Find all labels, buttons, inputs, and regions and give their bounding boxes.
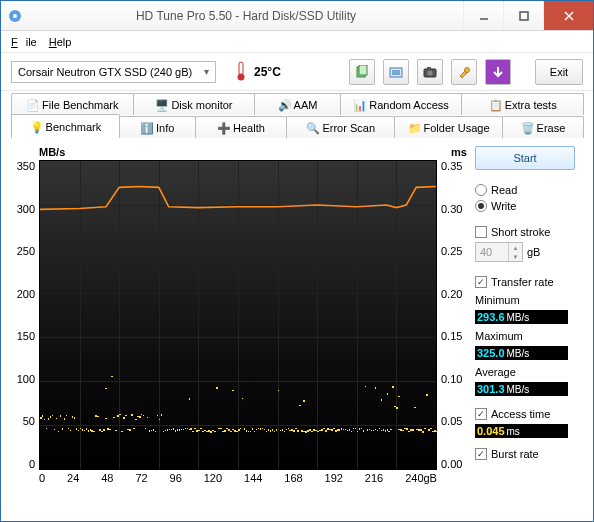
svg-point-13 <box>428 70 433 75</box>
tab-info[interactable]: ℹ️Info <box>119 116 196 138</box>
svg-rect-1 <box>13 14 17 18</box>
drive-select[interactable]: Corsair Neutron GTX SSD (240 gB) ▾ <box>11 61 216 83</box>
tab-health[interactable]: ➕Health <box>195 116 288 138</box>
temperature-value: 25°C <box>254 65 281 79</box>
read-radio[interactable]: Read <box>475 184 575 196</box>
exit-button[interactable]: Exit <box>535 59 583 85</box>
benchmark-icon: 💡 <box>30 121 42 133</box>
stroke-unit: gB <box>527 246 540 258</box>
transfer-rate-checkbox[interactable]: ✓Transfer rate <box>475 276 575 288</box>
avg-value: 301.3MB/s <box>475 382 568 396</box>
start-button[interactable]: Start <box>475 146 575 170</box>
health-icon: ➕ <box>217 122 229 134</box>
checkbox-icon: ✓ <box>475 276 487 288</box>
chevron-down-icon: ▾ <box>204 66 209 77</box>
scan-icon: 🔍 <box>306 122 318 134</box>
access-time-checkbox[interactable]: ✓Access time <box>475 408 575 420</box>
chart-container: MB/s ms 350300250200150100500 0.350.300.… <box>11 146 467 484</box>
minimize-button[interactable] <box>463 1 503 30</box>
checkbox-icon: ✓ <box>475 448 487 460</box>
burst-rate-checkbox[interactable]: ✓Burst rate <box>475 448 575 460</box>
tab-file-benchmark[interactable]: 📄File Benchmark <box>11 93 134 115</box>
xaxis: 024487296120144168192216240gB <box>39 470 437 484</box>
stroke-size-input[interactable]: 40 ▲▼ <box>475 242 523 262</box>
access-value: 0.045ms <box>475 424 568 438</box>
menubar: File Help <box>1 31 593 53</box>
svg-rect-14 <box>427 67 431 70</box>
spin-down-icon: ▼ <box>509 252 522 261</box>
yaxis-right: 0.350.300.250.200.150.100.050.00 <box>437 160 467 470</box>
app-icon <box>7 8 23 24</box>
camera-button[interactable] <box>417 59 443 85</box>
svg-point-15 <box>465 67 470 72</box>
maximize-button[interactable] <box>503 1 543 30</box>
svg-rect-9 <box>359 65 367 75</box>
svg-point-7 <box>238 73 245 80</box>
benchmark-panel: MB/s ms 350300250200150100500 0.350.300.… <box>1 138 593 490</box>
thermometer-icon <box>236 61 250 83</box>
yaxis-right-label: ms <box>451 146 467 158</box>
short-stroke-checkbox[interactable]: Short stroke <box>475 226 575 238</box>
svg-rect-3 <box>520 12 528 20</box>
app-window: HD Tune Pro 5.50 - Hard Disk/SSD Utility… <box>0 0 594 522</box>
spinner[interactable]: ▲▼ <box>508 243 522 261</box>
extra-icon: 📋 <box>489 99 501 111</box>
toolbar: Corsair Neutron GTX SSD (240 gB) ▾ 25°C … <box>1 53 593 91</box>
checkbox-icon: ✓ <box>475 408 487 420</box>
tab-benchmark[interactable]: 💡Benchmark <box>11 114 120 138</box>
short-stroke-row: 40 ▲▼ gB <box>475 242 575 262</box>
settings-button[interactable] <box>451 59 477 85</box>
info-icon: ℹ️ <box>140 122 152 134</box>
screenshot-button[interactable] <box>383 59 409 85</box>
chart-plot <box>39 160 437 470</box>
tabs-row-2: 💡Benchmark ℹ️Info ➕Health 🔍Error Scan 📁F… <box>1 114 593 138</box>
window-title: HD Tune Pro 5.50 - Hard Disk/SSD Utility <box>29 9 463 23</box>
tab-erase[interactable]: 🗑️Erase <box>502 116 584 138</box>
avg-label: Average <box>475 366 575 378</box>
radio-icon <box>475 184 487 196</box>
monitor-icon: 🖥️ <box>155 99 167 111</box>
temperature-display: 25°C <box>236 61 281 83</box>
tab-random-access[interactable]: 📊Random Access <box>340 93 463 115</box>
radio-icon <box>475 200 487 212</box>
max-value: 325.0MB/s <box>475 346 568 360</box>
menu-help[interactable]: Help <box>45 34 76 50</box>
svg-rect-11 <box>392 70 400 75</box>
tabs-row-1: 📄File Benchmark 🖥️Disk monitor 🔊AAM 📊Ran… <box>1 91 593 115</box>
window-controls <box>463 1 593 30</box>
menu-file[interactable]: File <box>7 34 41 50</box>
side-panel: Start Read Write Short stroke 40 ▲▼ gB ✓… <box>475 146 575 484</box>
save-button[interactable] <box>485 59 511 85</box>
tab-folder-usage[interactable]: 📁Folder Usage <box>394 116 503 138</box>
max-label: Maximum <box>475 330 575 342</box>
titlebar: HD Tune Pro 5.50 - Hard Disk/SSD Utility <box>1 1 593 31</box>
spin-up-icon: ▲ <box>509 243 522 252</box>
tab-aam[interactable]: 🔊AAM <box>254 93 340 115</box>
close-button[interactable] <box>543 1 593 30</box>
erase-icon: 🗑️ <box>521 122 533 134</box>
file-icon: 📄 <box>26 99 38 111</box>
svg-rect-6 <box>239 62 243 75</box>
drive-select-value: Corsair Neutron GTX SSD (240 gB) <box>18 66 192 78</box>
random-icon: 📊 <box>353 99 365 111</box>
folder-icon: 📁 <box>408 122 420 134</box>
copy-info-button[interactable] <box>349 59 375 85</box>
tab-disk-monitor[interactable]: 🖥️Disk monitor <box>133 93 256 115</box>
tab-extra-tests[interactable]: 📋Extra tests <box>461 93 584 115</box>
tab-error-scan[interactable]: 🔍Error Scan <box>286 116 395 138</box>
min-label: Minimum <box>475 294 575 306</box>
min-value: 293.6MB/s <box>475 310 568 324</box>
yaxis-left-label: MB/s <box>39 146 65 158</box>
checkbox-icon <box>475 226 487 238</box>
write-radio[interactable]: Write <box>475 200 575 212</box>
speaker-icon: 🔊 <box>278 99 290 111</box>
yaxis-left: 350300250200150100500 <box>11 160 39 470</box>
